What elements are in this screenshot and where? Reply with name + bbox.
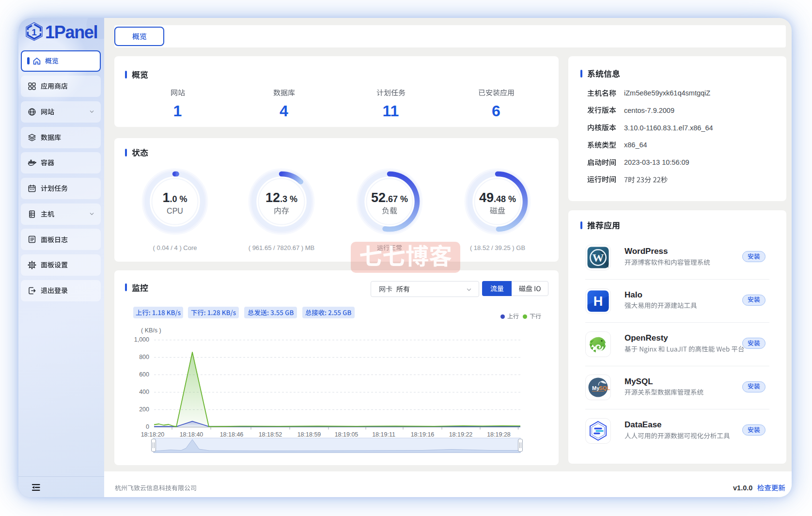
svg-text:H: H (593, 294, 603, 309)
svg-text:1: 1 (31, 27, 37, 37)
svg-text:W: W (593, 251, 604, 264)
svg-text:SQL: SQL (599, 385, 610, 391)
